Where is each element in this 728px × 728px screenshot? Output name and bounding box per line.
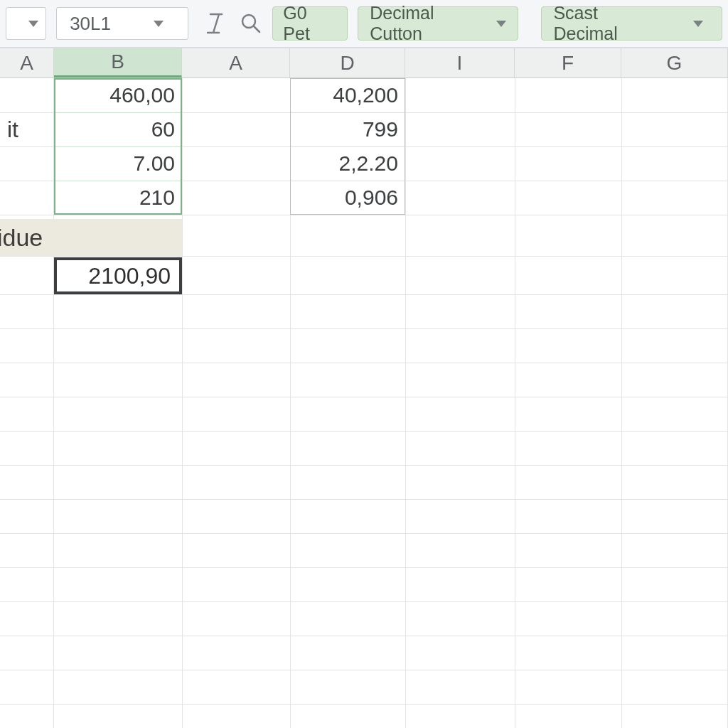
active-cell[interactable]: 2100,90: [54, 257, 182, 294]
cell-b2[interactable]: 60: [54, 112, 182, 146]
column-header[interactable]: F: [515, 48, 621, 77]
chevron-down-icon: [693, 21, 703, 27]
go-pet-label: G0 Pet: [283, 3, 337, 44]
chevron-down-icon: [496, 21, 506, 27]
search-icon[interactable]: [240, 12, 262, 35]
active-cell-value: 2100,90: [88, 263, 171, 289]
cell-b4[interactable]: 210: [54, 181, 182, 215]
column-header-row: A B A D I F G: [0, 48, 728, 78]
column-header[interactable]: I: [405, 48, 515, 77]
toolbar: 30L1 G0 Pet Decimal Cutton Scast Decimal: [0, 0, 728, 48]
formula-bar-tools: [204, 12, 262, 35]
cell-d4[interactable]: 0,906: [290, 181, 405, 215]
scast-decimal-label: Scast Decimal: [553, 3, 663, 44]
cell-b1[interactable]: 460,00: [54, 78, 182, 112]
due-label-text: idue: [0, 224, 43, 252]
cell-d2[interactable]: 799: [290, 112, 405, 146]
italic-fx-icon[interactable]: [204, 12, 227, 35]
spreadsheet-area[interactable]: A B A D I F G: [0, 48, 728, 728]
due-label-cell[interactable]: idue: [0, 219, 182, 256]
column-header[interactable]: A: [182, 48, 290, 77]
go-pet-button[interactable]: G0 Pet: [272, 6, 348, 41]
scast-decimal-dropdown[interactable]: Scast Decimal: [541, 6, 722, 41]
cell-reference-box[interactable]: 30L1: [56, 7, 188, 40]
column-header[interactable]: A: [0, 48, 54, 77]
column-header[interactable]: D: [290, 48, 405, 77]
name-box-dropdown[interactable]: [6, 7, 46, 40]
chevron-down-icon: [28, 21, 38, 27]
cell-a2-fragment[interactable]: it: [0, 112, 54, 146]
decimal-cutton-dropdown[interactable]: Decimal Cutton: [358, 6, 518, 41]
svg-line-1: [254, 26, 259, 32]
chevron-down-icon: [154, 21, 164, 27]
cell-d1[interactable]: 40,200: [290, 78, 405, 112]
grid-body[interactable]: it 460,00 60 7.00 210 40,200 799 2,2.20 …: [0, 78, 728, 728]
column-header-selected[interactable]: B: [54, 48, 182, 77]
column-header[interactable]: G: [621, 48, 728, 77]
cell-reference-value: 30L1: [70, 13, 111, 35]
cell-d3[interactable]: 2,2.20: [290, 146, 405, 181]
decimal-cutton-label: Decimal Cutton: [370, 3, 488, 44]
cell-b3[interactable]: 7.00: [54, 146, 182, 181]
